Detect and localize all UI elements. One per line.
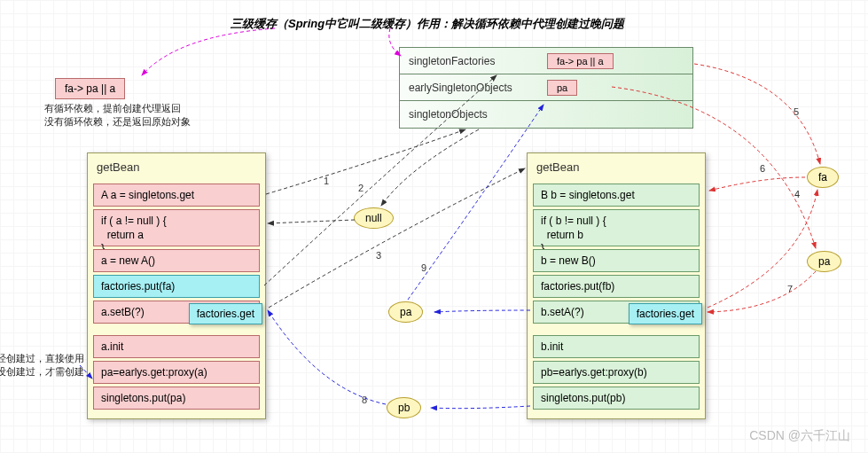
a-row-factories-put: factories.put(fa) (93, 275, 260, 298)
cache-row-early-singleton: earlySingletonObjects pa (400, 74, 692, 101)
b-row-new: b = new B() (533, 249, 700, 272)
b-row-seta-text: b.setA(?) (541, 306, 584, 318)
cache-badge-pa: pa (547, 80, 577, 96)
a-row-proxy: pa=earlys.get:proxy(a) (93, 361, 260, 384)
ellipse-null: null (354, 207, 394, 229)
left-note-text: 有循环依赖，提前创建代理返回 没有循环依赖，还是返回原始对象 (44, 102, 191, 129)
b-row-get: B b = singletons.get (533, 184, 700, 207)
left-note-badge-text: fa-> pa || a (65, 82, 115, 95)
left-note-line1: 有循环依赖，提前创建代理返回 (44, 102, 191, 115)
a-row-get: A a = singletons.get (93, 184, 260, 207)
panel-b-header: getBean (528, 153, 705, 181)
panel-a: getBean A a = singletons.get if ( a != n… (87, 152, 266, 419)
b-row-put: singletons.put(pb) (533, 387, 700, 410)
bottom-note: 代理已经创建过，直接使用 没创建过，才需创建 (4, 352, 84, 379)
diagram-title: 三级缓存（Spring中它叫二级缓存）作用：解决循环依赖中代理创建过晚问题 (231, 16, 624, 32)
b-factories-get-btn: factories.get (629, 303, 702, 324)
label-5: 5 (794, 106, 799, 117)
ellipse-fa: fa (807, 167, 839, 188)
b-row-init: b.init (533, 335, 700, 358)
cache-label: earlySingletonObjects (409, 82, 542, 94)
a-row-put: singletons.put(pa) (93, 387, 260, 410)
bottom-note-line1: 代理已经创建过，直接使用 (0, 352, 84, 365)
b-row-if: if ( b != null ) { return b } (533, 209, 700, 246)
cache-label: singletonObjects (409, 108, 542, 121)
label-2: 2 (358, 183, 364, 193)
a-row-setb-text: a.setB(?) (101, 306, 145, 318)
ellipse-pb: pb (387, 397, 421, 418)
label-4: 4 (794, 189, 800, 199)
left-note-badge: fa-> pa || a (55, 78, 125, 99)
ellipse-pa-mid: pa (388, 301, 423, 323)
cache-row-singleton-factories: singletonFactories fa-> pa || a (400, 48, 692, 74)
a-row-init: a.init (93, 335, 260, 358)
label-6: 6 (760, 163, 765, 174)
watermark: CSDN @六千江山 (749, 428, 850, 444)
panel-b: getBean B b = singletons.get if ( b != n… (527, 152, 706, 419)
a-factories-get-btn: factories.get (189, 303, 262, 324)
ellipse-pa-right: pa (807, 251, 841, 272)
label-3: 3 (376, 250, 381, 261)
b-row-proxy: pb=earlys.get:proxy(b) (533, 361, 700, 384)
label-8: 8 (362, 394, 367, 405)
a-row-if: if ( a != null ) { return a } (93, 209, 260, 246)
left-note-line2: 没有循环依赖，还是返回原始对象 (44, 115, 191, 129)
panel-a-header: getBean (88, 153, 265, 181)
a-row-new: a = new A() (93, 249, 260, 272)
label-9: 9 (421, 262, 426, 273)
b-row-seta: b.setA(?) factories.get (533, 301, 700, 324)
cache-badge-fa: fa-> pa || a (547, 53, 614, 69)
cache-table: singletonFactories fa-> pa || a earlySin… (399, 47, 693, 129)
label-1: 1 (324, 176, 329, 186)
b-row-factories-put: factories.put(fb) (533, 275, 700, 298)
cache-row-singleton-objects: singletonObjects (400, 101, 692, 128)
a-row-setb: a.setB(?) factories.get (93, 301, 260, 324)
cache-label: singletonFactories (409, 55, 542, 67)
label-7: 7 (787, 284, 793, 294)
bottom-note-line2: 没创建过，才需创建 (0, 365, 84, 379)
